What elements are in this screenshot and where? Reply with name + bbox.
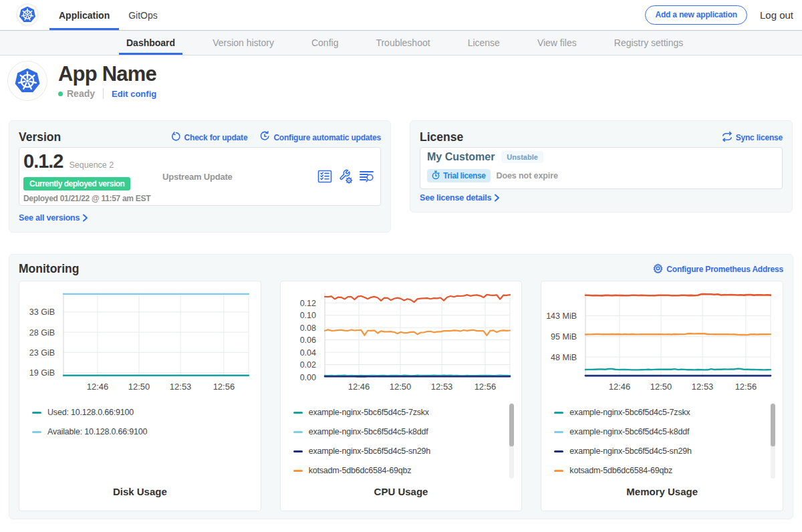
view-logs-icon[interactable] bbox=[360, 170, 374, 182]
legend-label: Used: 10.128.0.66:9100 bbox=[47, 408, 134, 417]
legend-item: example-nginx-5bc6f5d4c5-7zskx bbox=[541, 407, 690, 418]
legend-label: example-nginx-5bc6f5d4c5-sn29h bbox=[309, 446, 430, 456]
check-for-update-link[interactable]: Check for update bbox=[171, 132, 248, 144]
configure-prometheus-link[interactable]: Configure Prometheus Address bbox=[653, 263, 783, 275]
svg-text:12:53: 12:53 bbox=[430, 382, 452, 392]
tab-application[interactable]: Application bbox=[49, 0, 119, 30]
legend-label: Available: 10.128.0.66:9100 bbox=[47, 427, 147, 436]
release-notes-icon[interactable] bbox=[317, 170, 332, 183]
legend-label: example-nginx-5bc6f5d4c5-7zskx bbox=[569, 408, 690, 417]
chart-legend: Used: 10.128.0.66:9100Available: 10.128.… bbox=[19, 402, 247, 480]
see-all-versions-link[interactable]: See all versions bbox=[19, 213, 88, 223]
version-number: 0.1.2 bbox=[23, 150, 63, 172]
svg-text:0.08: 0.08 bbox=[299, 323, 315, 333]
edit-config-wrench-icon[interactable] bbox=[339, 169, 353, 184]
legend-item: example-nginx-5bc6f5d4c5-k8ddf bbox=[541, 426, 689, 437]
svg-text:0.12: 0.12 bbox=[299, 299, 315, 308]
svg-text:12:53: 12:53 bbox=[170, 382, 192, 392]
upstream-update-label: Upstream Update bbox=[162, 172, 233, 182]
svg-text:12:50: 12:50 bbox=[389, 382, 411, 392]
refresh-icon bbox=[171, 132, 181, 144]
logout-button[interactable]: Log out bbox=[760, 9, 793, 21]
page-title: App Name bbox=[58, 63, 156, 86]
license-expiry-text: Does not expire bbox=[497, 171, 558, 180]
chart-plot: 19 GiB23 GiB28 GiB33 GiB12:4612:5012:531… bbox=[19, 281, 262, 402]
chevron-right-icon bbox=[82, 214, 88, 222]
version-card: Version Check for update Configure autom… bbox=[9, 120, 391, 233]
monitoring-card: Monitoring Configure Prometheus Address … bbox=[9, 254, 793, 519]
app-header-info: App Name Ready Edit config bbox=[58, 63, 156, 99]
add-application-button[interactable]: Add a new application bbox=[645, 5, 747, 25]
svg-text:48 MiB: 48 MiB bbox=[551, 353, 577, 362]
legend-swatch bbox=[554, 470, 563, 472]
subnav-item-version-history[interactable]: Version history bbox=[205, 31, 281, 55]
trial-license-badge: Trial license bbox=[427, 169, 491, 182]
subnav-item-dashboard[interactable]: Dashboard bbox=[119, 31, 182, 55]
legend-item: Used: 10.128.0.66:9100 bbox=[19, 407, 134, 418]
legend-scrollbar[interactable] bbox=[771, 403, 775, 479]
legend-item: example-nginx-5bc6f5d4c5-sn29h bbox=[281, 446, 430, 456]
legend-label: example-nginx-5bc6f5d4c5-sn29h bbox=[569, 446, 691, 456]
sync-arrows-icon bbox=[722, 132, 732, 144]
svg-text:28 GiB: 28 GiB bbox=[29, 328, 55, 338]
svg-text:33 GiB: 33 GiB bbox=[29, 307, 55, 317]
legend-swatch bbox=[554, 450, 563, 452]
svg-text:12:53: 12:53 bbox=[692, 382, 714, 392]
legend-label: kotsadm-5db6dc6584-69qbz bbox=[309, 466, 412, 475]
legend-scrollbar-thumb[interactable] bbox=[771, 404, 775, 446]
legend-swatch bbox=[554, 431, 563, 433]
subnav-item-troubleshoot[interactable]: Troubleshoot bbox=[368, 31, 437, 55]
svg-text:19 GiB: 19 GiB bbox=[29, 368, 55, 378]
legend-item: Available: 10.128.0.66:9100 bbox=[19, 426, 147, 437]
legend-item: example-nginx-5bc6f5d4c5-k8ddf bbox=[281, 426, 428, 437]
subnav-item-view-files[interactable]: View files bbox=[530, 31, 584, 55]
edit-config-link[interactable]: Edit config bbox=[112, 89, 156, 99]
svg-text:0.06: 0.06 bbox=[299, 336, 315, 345]
svg-text:0.04: 0.04 bbox=[299, 348, 315, 358]
svg-text:12:56: 12:56 bbox=[735, 382, 757, 392]
legend-item: kotsadm-5db6dc6584-69qbz bbox=[281, 465, 412, 476]
legend-swatch bbox=[293, 450, 303, 452]
current-version-box: 0.1.2 Sequence 2 Currently deployed vers… bbox=[19, 147, 381, 206]
legend-label: example-nginx-5bc6f5d4c5-k8ddf bbox=[309, 427, 428, 436]
sync-license-link[interactable]: Sync license bbox=[722, 132, 783, 144]
see-license-details-link[interactable]: See license details bbox=[420, 193, 500, 203]
legend-swatch bbox=[293, 431, 303, 433]
svg-text:0.00: 0.00 bbox=[299, 373, 315, 382]
legend-scrollbar[interactable] bbox=[509, 403, 514, 479]
version-sequence: Sequence 2 bbox=[70, 160, 114, 170]
subnav-item-registry-settings[interactable]: Registry settings bbox=[607, 31, 690, 55]
legend-swatch bbox=[32, 412, 41, 414]
chart-legend[interactable]: example-nginx-5bc6f5d4c5-7zskxexample-ng… bbox=[541, 402, 769, 480]
top-navbar: Application GitOps Add a new application… bbox=[0, 0, 802, 31]
topbar-right: Add a new application Log out bbox=[645, 0, 802, 30]
tab-gitops[interactable]: GitOps bbox=[119, 0, 167, 30]
app-status-row: Ready Edit config bbox=[58, 88, 156, 99]
status-ready-dot bbox=[58, 92, 63, 96]
legend-item: kotsadm-5db6dc6584-69qbz bbox=[541, 465, 672, 476]
chart-title: Memory Usage bbox=[541, 486, 783, 497]
svg-text:0.02: 0.02 bbox=[299, 360, 315, 370]
legend-item: example-nginx-5bc6f5d4c5-7zskx bbox=[281, 407, 429, 418]
chart-plot: 48 MiB95 MiB143 MiB12:4612:5012:5312:56 bbox=[541, 281, 784, 402]
svg-text:0.10: 0.10 bbox=[299, 311, 315, 320]
version-card-title: Version bbox=[19, 130, 61, 144]
svg-text:12:46: 12:46 bbox=[348, 382, 370, 392]
legend-label: example-nginx-5bc6f5d4c5-k8ddf bbox=[569, 427, 689, 436]
legend-scrollbar-thumb[interactable] bbox=[509, 404, 514, 446]
top-tabs: Application GitOps bbox=[49, 0, 167, 30]
license-card-title: License bbox=[420, 130, 463, 144]
chart-legend[interactable]: example-nginx-5bc6f5d4c5-7zskxexample-ng… bbox=[281, 402, 508, 480]
chevron-right-icon bbox=[494, 194, 500, 202]
monitoring-title: Monitoring bbox=[19, 262, 79, 276]
chart-card-cpu-usage: 0.000.020.040.060.080.100.1212:4612:5012… bbox=[280, 281, 523, 511]
legend-swatch bbox=[293, 470, 303, 472]
subnav-item-license[interactable]: License bbox=[460, 31, 507, 55]
configure-automatic-updates-link[interactable]: Configure automatic updates bbox=[259, 131, 381, 144]
legend-label: example-nginx-5bc6f5d4c5-7zskx bbox=[309, 408, 429, 417]
subnav-item-config[interactable]: Config bbox=[304, 31, 346, 55]
gear-icon bbox=[653, 263, 663, 275]
status-text: Ready bbox=[67, 88, 95, 99]
dashboard-cards-row: Version Check for update Configure autom… bbox=[0, 120, 802, 233]
divider bbox=[103, 88, 104, 99]
